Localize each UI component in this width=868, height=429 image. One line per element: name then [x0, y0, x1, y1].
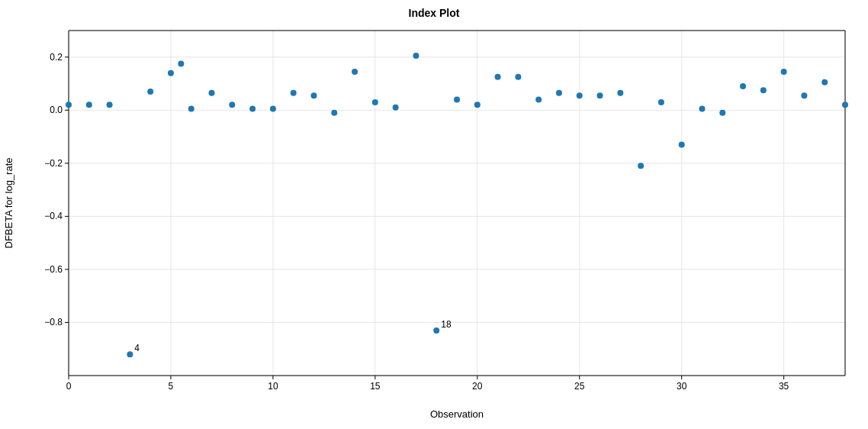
svg-point-57	[178, 60, 184, 66]
svg-text:−0.4: −0.4	[44, 211, 63, 221]
svg-point-55	[147, 89, 153, 95]
svg-point-89	[821, 79, 828, 85]
svg-point-80	[638, 163, 644, 169]
svg-point-60	[229, 102, 235, 108]
svg-text:−0.8: −0.8	[44, 317, 63, 327]
svg-point-67	[372, 99, 378, 105]
svg-point-65	[331, 110, 337, 116]
svg-point-71	[454, 96, 460, 102]
svg-point-75	[535, 96, 542, 102]
svg-text:0.2: 0.2	[50, 52, 63, 63]
svg-point-86	[760, 87, 767, 93]
svg-point-54	[127, 351, 133, 357]
svg-point-70	[433, 327, 439, 334]
svg-point-53	[107, 102, 113, 108]
svg-text:DFBETA for log_rate: DFBETA for log_rate	[3, 158, 14, 249]
svg-point-77	[577, 92, 583, 98]
svg-point-61	[249, 106, 256, 112]
svg-point-90	[842, 102, 848, 108]
svg-point-68	[393, 105, 399, 111]
svg-point-66	[352, 69, 358, 75]
svg-text:Index Plot: Index Plot	[409, 7, 460, 19]
svg-point-52	[86, 102, 92, 108]
svg-text:0: 0	[66, 381, 72, 392]
svg-point-63	[291, 90, 297, 96]
svg-point-59	[209, 90, 215, 96]
svg-point-84	[719, 110, 725, 116]
svg-point-64	[310, 92, 317, 98]
svg-point-82	[679, 142, 685, 148]
svg-text:0.0: 0.0	[50, 105, 63, 115]
svg-point-88	[801, 92, 807, 98]
svg-point-58	[188, 106, 194, 112]
svg-text:10: 10	[268, 381, 278, 392]
svg-point-56	[168, 70, 174, 76]
svg-point-83	[699, 106, 705, 112]
svg-text:4: 4	[134, 343, 140, 353]
svg-point-73	[495, 74, 501, 80]
svg-point-81	[658, 99, 664, 105]
svg-rect-1	[69, 31, 845, 376]
svg-text:20: 20	[472, 381, 483, 392]
svg-text:30: 30	[677, 381, 687, 392]
svg-point-87	[781, 69, 787, 75]
svg-point-79	[617, 90, 623, 96]
svg-point-76	[556, 90, 562, 96]
svg-text:−0.6: −0.6	[44, 264, 63, 275]
svg-text:−0.2: −0.2	[44, 158, 63, 169]
svg-point-51	[66, 102, 72, 108]
main-chart: 051015202530350.20.0−0.2−0.4−0.6−0.8Inde…	[0, 0, 868, 429]
svg-text:18: 18	[441, 319, 452, 330]
svg-text:15: 15	[370, 381, 381, 392]
svg-point-62	[270, 106, 276, 112]
svg-point-69	[413, 53, 419, 59]
svg-point-72	[474, 102, 481, 108]
svg-point-74	[515, 74, 521, 80]
svg-text:35: 35	[779, 381, 789, 392]
svg-text:25: 25	[574, 381, 585, 392]
svg-point-85	[740, 83, 746, 89]
svg-text:5: 5	[169, 381, 174, 392]
chart-container: 051015202530350.20.0−0.2−0.4−0.6−0.8Inde…	[0, 0, 868, 429]
svg-text:Observation: Observation	[430, 408, 484, 420]
svg-point-78	[597, 92, 603, 98]
